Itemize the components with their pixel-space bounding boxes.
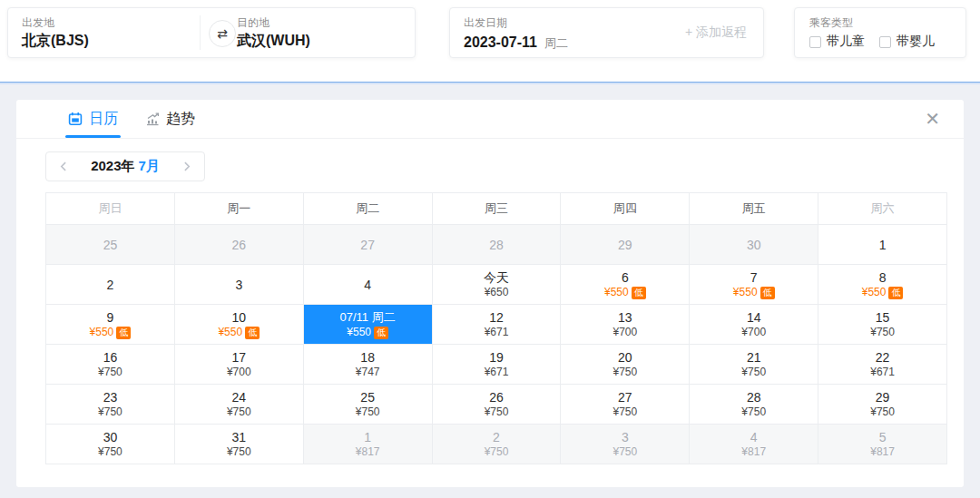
calendar-cell[interactable]: 10¥550低 xyxy=(175,305,304,345)
calendar-cell[interactable]: 23¥750 xyxy=(46,385,175,425)
calendar-cell-price: ¥550低 xyxy=(604,287,646,299)
calendar-cell-day: 26 xyxy=(231,238,246,252)
weekday-header: 周日 xyxy=(46,193,175,225)
calendar-cell[interactable]: 30¥750 xyxy=(46,425,175,464)
calendar-cell-price: ¥550低 xyxy=(90,327,132,339)
weekday-header: 周二 xyxy=(304,193,433,225)
calendar-cell[interactable]: 19¥671 xyxy=(433,345,562,385)
calendar-cell[interactable]: 6¥550低 xyxy=(561,265,690,305)
calendar-cell: 4¥817 xyxy=(690,425,818,464)
calendar-cell: 2¥750 xyxy=(433,425,562,464)
tab-trend[interactable]: 趋势 xyxy=(145,100,195,138)
calendar-cell[interactable]: 今天¥650 xyxy=(433,265,562,305)
calendar-cell[interactable]: 20¥750 xyxy=(561,345,690,385)
calendar-cell[interactable]: 28¥750 xyxy=(690,385,818,425)
panel-tab-header: 日历 趋势 ✕ xyxy=(16,100,964,139)
calendar-cell[interactable]: 31¥750 xyxy=(175,425,304,464)
calendar-cell-day: 1 xyxy=(364,430,371,444)
calendar-cell-day: 20 xyxy=(618,350,632,365)
calendar-cell[interactable]: 25¥750 xyxy=(304,385,433,425)
with-infant-option[interactable]: 带婴儿 xyxy=(879,34,935,50)
tab-trend-label: 趋势 xyxy=(166,110,195,129)
calendar-cell: 28 xyxy=(433,225,562,265)
origin-field[interactable]: 出发地 北京(BJS) xyxy=(8,8,200,57)
calendar-cell[interactable]: 21¥750 xyxy=(690,345,818,385)
calendar-cell[interactable]: 16¥750 xyxy=(46,345,175,385)
calendar-cell[interactable]: 13¥700 xyxy=(561,305,690,345)
calendar-cell-day: 17 xyxy=(231,350,246,365)
calendar-cell: 29 xyxy=(561,225,690,265)
calendar-cell-price: ¥750 xyxy=(613,446,638,458)
tab-calendar[interactable]: 日历 xyxy=(68,100,118,138)
calendar-cell-price: ¥671 xyxy=(485,327,509,338)
depart-date-field[interactable]: 出发日期 2023-07-11 周二 xyxy=(450,8,568,57)
low-price-badge: 低 xyxy=(374,327,388,339)
calendar-cell-day: 19 xyxy=(489,350,504,365)
calendar-cell[interactable]: 7¥550低 xyxy=(690,265,818,305)
calendar-cell[interactable]: 1 xyxy=(818,225,947,265)
calendar-cell: 3¥750 xyxy=(561,425,690,464)
origin-value[interactable]: 北京(BJS) xyxy=(22,32,200,51)
with-infant-label: 带婴儿 xyxy=(897,34,935,50)
calendar-cell[interactable]: 3 xyxy=(175,265,304,305)
calendar-cell-day: 5 xyxy=(879,430,887,444)
calendar-cell-day: 28 xyxy=(489,238,504,252)
chevron-left-icon[interactable] xyxy=(58,161,70,172)
calendar-cell[interactable]: 17¥700 xyxy=(175,345,304,385)
weekday-header: 周一 xyxy=(175,193,304,225)
calendar-cell-price: ¥750 xyxy=(870,327,895,338)
calendar-cell-day: 28 xyxy=(747,390,761,405)
depart-date-value[interactable]: 2023-07-11 xyxy=(464,34,537,51)
calendar-cell-price: ¥700 xyxy=(227,366,251,378)
calendar-cell-price: ¥750 xyxy=(613,406,638,418)
calendar-cell-day: 12 xyxy=(489,310,504,325)
depart-date-card[interactable]: 出发日期 2023-07-11 周二 + 添加返程 xyxy=(449,7,764,58)
calendar-cell[interactable]: 24¥750 xyxy=(175,385,304,425)
calendar-cell-price: ¥650 xyxy=(485,287,509,298)
swap-cities-icon[interactable]: ⇄ xyxy=(209,20,236,47)
calendar-cell[interactable]: 26¥750 xyxy=(433,385,562,425)
calendar-cell[interactable]: 18¥747 xyxy=(304,345,433,385)
calendar-cell-day: 23 xyxy=(103,390,118,405)
calendar-cell[interactable]: 12¥671 xyxy=(433,305,562,345)
low-price-badge: 低 xyxy=(632,287,646,299)
calendar-cell[interactable]: 14¥700 xyxy=(690,305,818,345)
close-icon[interactable]: ✕ xyxy=(923,108,942,130)
calendar-cell-day: 29 xyxy=(618,238,632,252)
calendar-cell-price: ¥750 xyxy=(485,446,509,458)
calendar-cell-selected[interactable]: 07/11 周二¥550低 xyxy=(304,305,433,345)
calendar-cell[interactable]: 15¥750 xyxy=(818,305,947,345)
with-child-option[interactable]: 带儿童 xyxy=(809,34,865,50)
calendar-cell-day: 15 xyxy=(876,310,890,325)
calendar-cell-price: ¥750 xyxy=(485,406,509,418)
calendar-cell-day: 14 xyxy=(747,310,761,325)
with-infant-checkbox[interactable] xyxy=(879,36,891,48)
low-price-badge: 低 xyxy=(116,327,131,339)
add-return-button[interactable]: + 添加返程 xyxy=(685,24,747,41)
with-child-checkbox[interactable] xyxy=(809,36,821,48)
calendar-cell-day: 21 xyxy=(747,350,761,365)
with-child-label: 带儿童 xyxy=(827,34,865,50)
calendar-cell-day: 10 xyxy=(231,310,246,325)
calendar-cell[interactable]: 8¥550低 xyxy=(818,265,947,305)
destination-value[interactable]: 武汉(WUH) xyxy=(237,32,415,51)
calendar-cell-day: 29 xyxy=(876,390,890,405)
calendar-cell-price: ¥671 xyxy=(485,366,509,378)
calendar-cell[interactable]: 27¥750 xyxy=(561,385,690,425)
calendar-cell[interactable]: 2 xyxy=(46,265,175,305)
calendar-cell[interactable]: 22¥671 xyxy=(818,345,947,385)
calendar-cell[interactable]: 9¥550低 xyxy=(46,305,175,345)
calendar-cell[interactable]: 4 xyxy=(304,265,433,305)
calendar-cell-day: 3 xyxy=(622,430,629,444)
destination-label: 目的地 xyxy=(237,16,415,29)
calendar-cell: 5¥817 xyxy=(818,425,947,464)
calendar-cell-price: ¥700 xyxy=(741,327,766,338)
calendar-cell-price: ¥750 xyxy=(98,366,122,378)
chevron-right-icon[interactable] xyxy=(181,161,192,172)
low-price-badge: 低 xyxy=(245,327,260,339)
calendar-cell-day: 4 xyxy=(364,278,371,292)
calendar-cell[interactable]: 29¥750 xyxy=(818,385,947,425)
calendar-cell-price: ¥550低 xyxy=(862,287,904,299)
calendar-cell-price: ¥750 xyxy=(613,366,638,378)
calendar-cell: 27 xyxy=(304,225,433,265)
